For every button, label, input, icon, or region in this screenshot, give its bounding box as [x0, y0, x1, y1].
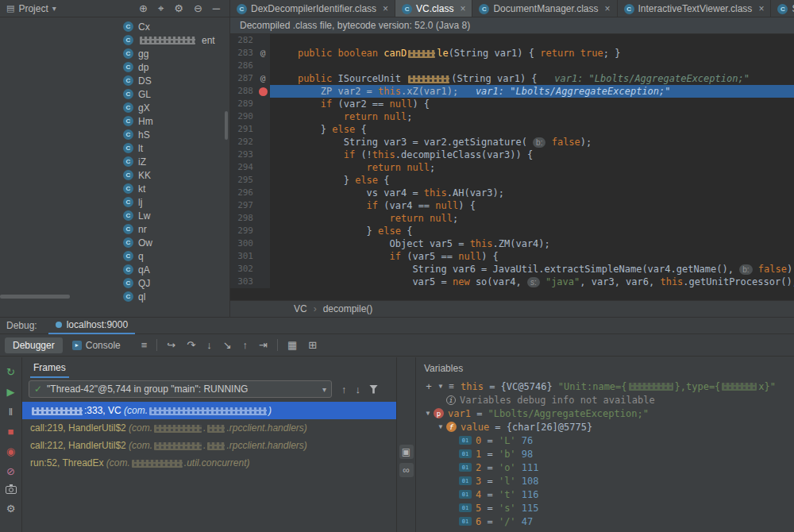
variable-row[interactable]: 015 = 's' 115	[416, 501, 794, 515]
line-number[interactable]: 300	[230, 237, 256, 250]
stack-frame[interactable]: call:212, HandlerUtil$2 (com...rpcclient…	[22, 437, 396, 454]
expand-arrow-icon[interactable]: ▼	[422, 410, 434, 417]
code-line[interactable]: 303 var5 = new so(var4, s: "java", var3,…	[230, 276, 794, 288]
tab-frames[interactable]: Frames	[30, 362, 69, 378]
tree-item[interactable]: CDS	[0, 74, 229, 87]
gutter-slot[interactable]	[256, 123, 270, 136]
tree-item[interactable]: Cgg	[0, 47, 229, 60]
code-content[interactable]: return null;	[270, 110, 794, 123]
tree-item[interactable]: CGL	[0, 87, 229, 101]
tree-vertical-scrollbar[interactable]	[225, 111, 228, 140]
mute-breakpoints-icon[interactable]: ⊘	[6, 466, 15, 476]
resume-icon[interactable]: ▶	[7, 387, 15, 397]
gutter-slot[interactable]	[256, 148, 270, 161]
tree-item[interactable]: Cdp	[0, 60, 229, 74]
gutter-slot[interactable]	[256, 276, 270, 288]
code-content[interactable]	[270, 60, 794, 72]
variable-row[interactable]: ▼pvar1 = "Lbolts/AggregateException;"	[416, 407, 794, 420]
code-content[interactable]: } else {	[270, 123, 794, 136]
filter-icon[interactable]	[369, 385, 378, 394]
code-content[interactable]: String var3 = var2.getSignature( b: fals…	[270, 136, 794, 148]
tab-console[interactable]: ▸ Console	[64, 337, 129, 353]
variable-row[interactable]: ▼fvalue = {char[26]@5775}	[416, 420, 794, 434]
locate-icon[interactable]: ⌖	[158, 3, 164, 13]
line-number[interactable]: 286	[230, 60, 256, 72]
line-number[interactable]: 288	[230, 85, 256, 98]
rerun-icon[interactable]: ↻	[6, 367, 15, 377]
editor-tab[interactable]: CDocumentManager.class×	[472, 0, 617, 17]
gutter-slot[interactable]	[256, 225, 270, 237]
line-number[interactable]: 291	[230, 123, 256, 136]
code-content[interactable]: String var6 = JavaUtil.extractSimpleName…	[270, 263, 794, 276]
gutter-slot[interactable]: @	[256, 72, 270, 85]
gutter-slot[interactable]	[256, 263, 270, 276]
gutter-slot[interactable]	[256, 34, 270, 47]
stack-frame[interactable]: run:52, ThreadEx (com..util.concurrent)	[22, 454, 396, 472]
code-line[interactable]: 288 ZP var2 = this.xZ(var1); var1: "Lbol…	[230, 85, 794, 98]
variable-row[interactable]: iVariables debug info not available	[416, 393, 794, 407]
gutter-slot[interactable]	[256, 199, 270, 212]
restore-layout-icon[interactable]: ▣	[399, 445, 414, 459]
code-line[interactable]: 301 if (var5 == null) {	[230, 250, 794, 263]
code-line[interactable]: 291 } else {	[230, 123, 794, 136]
pause-icon[interactable]: ‖	[9, 407, 13, 417]
editor-tab[interactable]: CDexDecompilerIdentifier.class×	[230, 0, 395, 17]
tree-item[interactable]: CgX	[0, 101, 229, 114]
minus-circle-icon[interactable]: ⊖	[194, 3, 202, 13]
expand-arrow-icon[interactable]: ▼	[435, 423, 446, 430]
tree-item[interactable]: CiZ	[0, 155, 229, 168]
editor-tab[interactable]: CScrollBufferMana×	[771, 0, 794, 17]
line-number[interactable]: 293	[230, 148, 256, 161]
code-line[interactable]: 302 String var6 = JavaUtil.extractSimple…	[230, 263, 794, 276]
debug-session-tab[interactable]: localhost:9000	[48, 318, 135, 334]
variable-row[interactable]: 016 = '/' 47	[416, 515, 794, 528]
gutter-slot[interactable]	[256, 250, 270, 263]
editor-tab[interactable]: CInteractiveTextViewer.class×	[618, 0, 772, 17]
code-content[interactable]: if (!this.decompileClass(var3)) {	[270, 148, 794, 161]
gutter-slot[interactable]	[256, 237, 270, 250]
expand-arrow-icon[interactable]: ▼	[435, 383, 446, 390]
breadcrumb-method[interactable]: decompile()	[323, 301, 373, 318]
tab-debugger[interactable]: Debugger	[5, 337, 63, 353]
tree-item[interactable]: Cnr	[0, 222, 229, 236]
variable-row[interactable]: 014 = 't' 116	[416, 488, 794, 501]
force-step-into-icon[interactable]: ↘	[223, 340, 232, 350]
code-content[interactable]: if (var4 == null) {	[270, 199, 794, 212]
step-over-icon[interactable]: ↷	[187, 340, 195, 350]
code-line[interactable]: 300 Object var5 = this.ZM(var4);	[230, 237, 794, 250]
editor-tab[interactable]: CVC.class×	[395, 0, 472, 17]
close-tab-icon[interactable]: ×	[460, 3, 465, 14]
tree-item[interactable]: CqA	[0, 263, 229, 276]
stop-icon[interactable]: ■	[8, 426, 14, 437]
code-line[interactable]: 290 return null;	[230, 110, 794, 123]
step-into-icon[interactable]: ↓	[206, 340, 212, 350]
line-number[interactable]: 292	[230, 136, 256, 148]
code-line[interactable]: 286	[230, 60, 794, 72]
line-number[interactable]: 289	[230, 98, 256, 110]
code-content[interactable]	[270, 34, 794, 47]
infinity-watches-icon[interactable]: ∞	[399, 463, 414, 477]
code-line[interactable]: 289 if (var2 == null) {	[230, 98, 794, 110]
stack-frame[interactable]: :333, VC (com.)	[22, 402, 396, 419]
variable-row[interactable]: 010 = 'L' 76	[416, 434, 794, 447]
plus-circle-icon[interactable]: ⊕	[139, 3, 148, 13]
breakpoint-icon[interactable]	[259, 87, 268, 96]
tree-item[interactable]: CKK	[0, 168, 229, 182]
code-content[interactable]: vs var4 = this.AH(var3);	[270, 187, 794, 199]
code-content[interactable]: if (var2 == null) {	[270, 98, 794, 110]
tree-item[interactable]: CLw	[0, 209, 229, 222]
step-out-icon[interactable]: ↑	[243, 340, 249, 350]
layout-menu-icon[interactable]: ≡	[141, 340, 148, 350]
line-number[interactable]: 298	[230, 212, 256, 225]
code-line[interactable]: 295 } else {	[230, 174, 794, 187]
tree-item[interactable]: Clt	[0, 141, 229, 155]
line-number[interactable]: 297	[230, 199, 256, 212]
line-number[interactable]: 303	[230, 276, 256, 288]
tree-item[interactable]: CHm	[0, 114, 229, 128]
code-line[interactable]: 297 if (var4 == null) {	[230, 199, 794, 212]
tree-item[interactable]: Cent	[0, 33, 229, 47]
next-frame-icon[interactable]: ↓	[356, 384, 361, 395]
code-line[interactable]: 283@ public boolean canDle(String var1) …	[230, 47, 794, 60]
code-content[interactable]: public ISourceUnit (String var1) { var1:…	[270, 72, 794, 85]
variable-row[interactable]: 012 = 'o' 111	[416, 461, 794, 474]
